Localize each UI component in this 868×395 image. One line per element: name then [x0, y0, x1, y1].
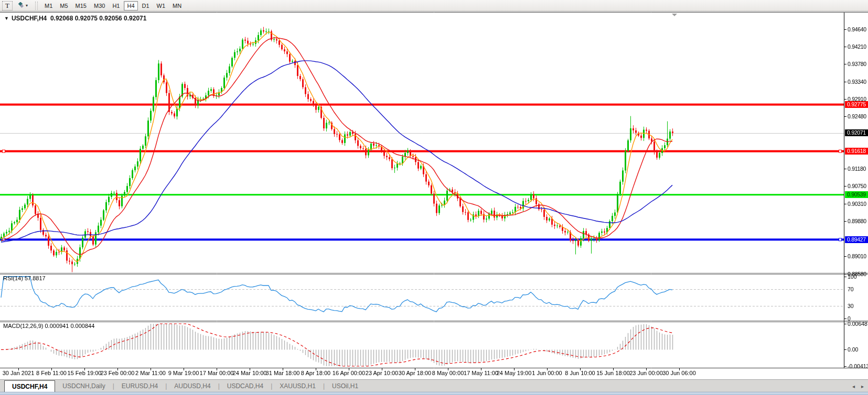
trading-terminal-window: T ▾ M1M5M15M30H1H4D1W1MN ▼USDCHF,H4 0.92… [0, 0, 868, 395]
timeframe-buttons: M1M5M15M30H1H4D1W1MN [41, 1, 185, 10]
tab-scroll-right-icon[interactable]: ▸ [861, 383, 864, 389]
chart-tab-xauusd-h1[interactable]: XAUUSD,H1 [272, 380, 323, 392]
chart-tab-eurusd-h4[interactable]: EURUSD,H4 [114, 380, 165, 392]
status-bar [0, 392, 868, 395]
tab-scroll-controls: ◂ ▸ [852, 380, 864, 392]
tf-button-m1[interactable]: M1 [41, 1, 56, 10]
tf-button-m15[interactable]: M15 [72, 1, 90, 10]
chart-tab-audusd-h4[interactable]: AUDUSD,H4 [167, 380, 218, 392]
chart-tab-usdcnh-daily[interactable]: USDCNH,Daily [55, 380, 112, 392]
chart-tabs: USDCHF,H4USDCNH,Daily|EURUSD,H4|AUDUSD,H… [4, 380, 366, 392]
tf-button-w1[interactable]: W1 [154, 1, 169, 10]
tab-scroll-left-icon[interactable]: ◂ [852, 383, 855, 389]
chart-tab-usoil-h1[interactable]: USOil,H1 [325, 380, 366, 392]
tf-button-h4[interactable]: H4 [124, 1, 137, 10]
text-tool-button[interactable]: T [2, 1, 13, 10]
drawing-tools-button[interactable]: ▾ [14, 1, 31, 10]
tf-button-h1[interactable]: H1 [109, 1, 123, 10]
chevron-down-icon: ▾ [26, 3, 28, 8]
tf-button-mn[interactable]: MN [169, 1, 185, 10]
chart-tab-usdcad-h4[interactable]: USDCAD,H4 [220, 380, 271, 392]
drawing-tools-icon [17, 2, 24, 9]
toolbar-separator [35, 2, 38, 10]
tf-button-m30[interactable]: M30 [91, 1, 108, 10]
tf-button-m5[interactable]: M5 [57, 1, 71, 10]
chart-tab-bar: USDCHF,H4USDCNH,Daily|EURUSD,H4|AUDUSD,H… [0, 379, 868, 392]
timeframe-toolbar: T ▾ M1M5M15M30H1H4D1W1MN [0, 0, 868, 12]
tf-button-d1[interactable]: D1 [139, 1, 153, 10]
chart-canvas[interactable] [0, 0, 868, 395]
chart-tab-usdchf-h4[interactable]: USDCHF,H4 [4, 380, 55, 392]
